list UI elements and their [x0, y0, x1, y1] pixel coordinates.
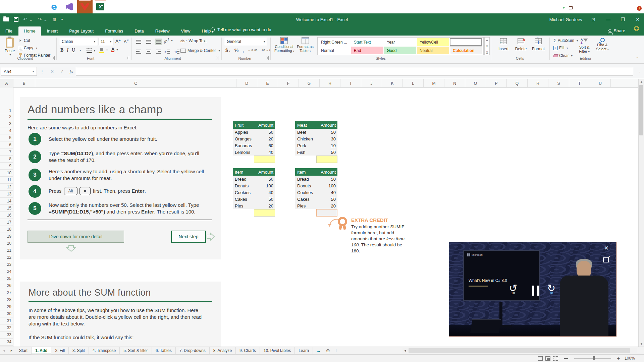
- ribbon-tab[interactable]: Formulas: [100, 26, 128, 36]
- conditional-formatting-button[interactable]: Conditional Formatting▾: [274, 37, 294, 53]
- row-header[interactable]: 26: [0, 282, 13, 289]
- item2-selected-cell[interactable]: [316, 209, 337, 217]
- ribbon-display-options-icon[interactable]: ⊡: [590, 17, 597, 22]
- row-header[interactable]: 13: [0, 191, 13, 198]
- row-header[interactable]: 2: [0, 113, 13, 120]
- row-header[interactable]: 32: [0, 324, 13, 331]
- sheet-tab[interactable]: Start: [15, 347, 32, 354]
- column-header[interactable]: Q: [507, 79, 528, 88]
- bold-button[interactable]: B: [60, 48, 63, 53]
- column-header[interactable]: M: [424, 79, 444, 88]
- red-v-app-taskbar-button[interactable]: [77, 0, 93, 13]
- onedrive-icon[interactable]: [548, 5, 555, 8]
- increase-indent-button[interactable]: ⇥: [173, 48, 180, 55]
- number-dialog-launcher-icon[interactable]: [265, 56, 269, 60]
- row-header[interactable]: 24: [0, 268, 13, 275]
- cell-style-chip[interactable]: Right Green ...: [318, 38, 351, 46]
- row-header[interactable]: 15: [0, 205, 13, 212]
- table-row[interactable]: Lemons40: [233, 149, 275, 156]
- cell-style-chip[interactable]: YellowCell: [417, 38, 449, 46]
- column-header[interactable]: O: [465, 79, 486, 88]
- action-center-icon[interactable]: 1: [633, 4, 640, 9]
- row-header[interactable]: 9: [0, 163, 13, 170]
- vertical-scrollbar[interactable]: ▲ ▼: [638, 79, 644, 347]
- insert-cells-button[interactable]: ← Insert: [496, 38, 511, 51]
- pause-button[interactable]: [532, 286, 539, 296]
- sheet-tab[interactable]: Learn: [295, 347, 313, 354]
- horizontal-scrollbar[interactable]: ◄: [402, 348, 637, 353]
- column-header[interactable]: P: [486, 79, 507, 88]
- copy-button[interactable]: Copy▾: [19, 46, 37, 50]
- pen-icon[interactable]: ✎: [589, 4, 593, 10]
- page-break-view-icon[interactable]: [553, 356, 558, 361]
- next-step-button[interactable]: Next step: [171, 231, 206, 243]
- fruit-sum-yellow-cell[interactable]: [254, 156, 275, 163]
- vscroll-up-icon[interactable]: ▲: [639, 79, 644, 83]
- autosum-button[interactable]: ΣAutoSum▾: [553, 38, 578, 43]
- zoom-out-button[interactable]: —: [564, 356, 568, 361]
- sheet-tab[interactable]: 9. Charts: [236, 347, 260, 354]
- edge-taskbar-button[interactable]: e: [46, 0, 62, 13]
- normal-view-icon[interactable]: [538, 356, 543, 361]
- accounting-format-button[interactable]: $▾: [225, 48, 230, 53]
- row-header[interactable]: 17: [0, 219, 13, 226]
- cell-style-chip[interactable]: Bad: [351, 47, 383, 54]
- row-header[interactable]: 34: [0, 339, 13, 346]
- font-size-select[interactable]: 11▾: [99, 38, 113, 45]
- row-header[interactable]: 33: [0, 331, 13, 339]
- gallery-up-icon[interactable]: ▲: [485, 38, 489, 42]
- ribbon-tab[interactable]: View: [175, 26, 196, 36]
- sheet-tab[interactable]: 8. Analyze: [210, 347, 236, 354]
- orientation-button[interactable]: ab↗▾: [163, 39, 172, 43]
- table-row[interactable]: Cookies40: [295, 189, 337, 196]
- row-header[interactable]: 1: [0, 88, 13, 113]
- align-center-button[interactable]: [145, 48, 152, 55]
- zoom-level[interactable]: 100%: [625, 356, 638, 361]
- align-top-button[interactable]: [135, 39, 142, 45]
- font-color-button[interactable]: A▾: [111, 47, 118, 52]
- number-format-select[interactable]: General▾: [225, 38, 267, 45]
- select-all-corner[interactable]: [1, 80, 13, 87]
- row-header[interactable]: 5: [0, 134, 13, 141]
- item-table-1[interactable]: ItemAmount Bread50Donuts100Cookies40Cake…: [233, 168, 275, 209]
- share-button[interactable]: Share: [608, 25, 625, 36]
- clear-button[interactable]: Clear▾: [553, 53, 573, 58]
- row-header[interactable]: 18: [0, 226, 13, 233]
- column-header[interactable]: S: [548, 79, 569, 88]
- security-shield-icon[interactable]: ✓: [560, 4, 565, 10]
- column-header[interactable]: G: [299, 79, 320, 88]
- table-row[interactable]: Cakes50: [295, 196, 337, 202]
- ribbon-tab[interactable]: File: [0, 26, 18, 36]
- row-header[interactable]: 10: [0, 170, 13, 177]
- table-row[interactable]: Bread50: [233, 176, 275, 182]
- cell-style-chip[interactable]: Neutral: [417, 47, 449, 54]
- column-header[interactable]: D: [236, 79, 257, 88]
- name-box[interactable]: A54▾: [1, 67, 37, 76]
- percent-style-button[interactable]: %: [234, 48, 238, 53]
- clipboard-dialog-launcher-icon[interactable]: [51, 56, 55, 60]
- dive-down-button[interactable]: Dive down for more detail: [28, 231, 124, 243]
- shrink-font-button[interactable]: A▼: [124, 39, 129, 44]
- row-header[interactable]: 27: [0, 289, 13, 296]
- ribbon-tab[interactable]: Insert: [42, 26, 63, 36]
- item1-sum-yellow-cell[interactable]: [254, 209, 275, 217]
- fill-button[interactable]: ↓Fill▾: [553, 46, 568, 50]
- column-header[interactable]: C: [35, 79, 236, 88]
- table-row[interactable]: Cakes50: [233, 196, 275, 202]
- align-middle-button[interactable]: [145, 39, 152, 45]
- forward-30-button[interactable]: ↻30: [547, 282, 555, 297]
- cut-button[interactable]: ✂Cut: [19, 38, 30, 43]
- row-header[interactable]: 29: [0, 303, 13, 310]
- task-view-button[interactable]: [31, 0, 46, 13]
- language-indicator[interactable]: ENG: [598, 4, 606, 9]
- sort-filter-button[interactable]: AZ Sort & Filter▾: [576, 38, 592, 53]
- cell-style-chip[interactable]: Year: [384, 38, 416, 46]
- column-header[interactable]: K: [382, 79, 403, 88]
- column-header[interactable]: N: [444, 79, 465, 88]
- fruit-table[interactable]: FruitAmount Apples50Oranges20Bananas60Le…: [233, 121, 275, 156]
- cortana-button[interactable]: [15, 0, 31, 13]
- ribbon-tab[interactable]: Home: [18, 26, 41, 36]
- network-icon[interactable]: [570, 5, 575, 9]
- sheet-tab[interactable]: 4. Transpose: [89, 347, 120, 354]
- cell-style-chip[interactable]: Calculation: [450, 47, 482, 54]
